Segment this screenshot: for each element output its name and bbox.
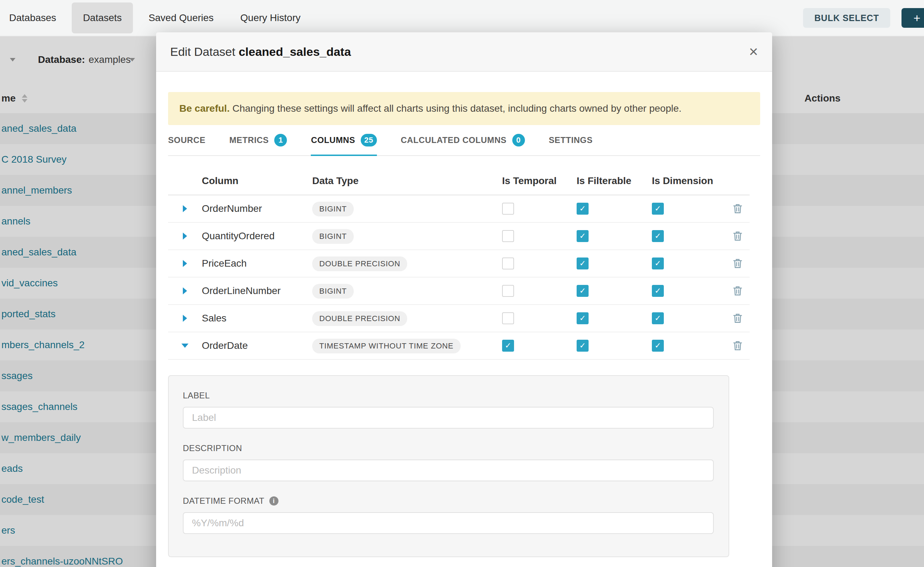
delete-column-button[interactable]	[733, 231, 743, 242]
modal-tab[interactable]: COLUMNS 25	[311, 125, 376, 155]
tab-count-badge: 0	[512, 134, 525, 147]
top-navbar: Databases Datasets Saved Queries Query H…	[0, 0, 924, 36]
is-filterable-checkbox[interactable]	[576, 258, 588, 270]
expand-caret-icon[interactable]	[183, 205, 187, 212]
trash-icon	[733, 258, 743, 269]
delete-column-button[interactable]	[733, 340, 743, 351]
delete-column-button[interactable]	[733, 313, 743, 324]
column-name: PriceEach	[202, 258, 312, 269]
description-form-group: DESCRIPTION	[183, 443, 715, 481]
modal-tab-label: SOURCE	[168, 135, 205, 145]
topnav-item[interactable]: Query History	[229, 3, 312, 33]
column-row: OrderLineNumber BIGINT	[168, 278, 749, 305]
is-filterable-checkbox[interactable]	[576, 285, 588, 297]
modal-tab-label: SETTINGS	[549, 135, 593, 145]
delete-column-button[interactable]	[733, 203, 743, 214]
expand-caret-cell	[168, 232, 202, 240]
column-row: OrderDate TIMESTAMP WITHOUT TIME ZONE	[168, 332, 749, 360]
data-type-pill: BIGINT	[312, 202, 354, 216]
is-temporal-checkbox[interactable]	[502, 203, 514, 214]
data-type-cell: DOUBLE PRECISION	[312, 311, 502, 326]
data-type-cell: DOUBLE PRECISION	[312, 256, 502, 271]
modal-body: Be careful. Changing these settings will…	[156, 92, 772, 557]
is-dimension-checkbox[interactable]	[652, 285, 664, 297]
modal-title-dataset-name: cleaned_sales_data	[239, 45, 351, 58]
topnav-item-label: Databases	[9, 12, 56, 24]
warning-text: Be careful. Changing these settings will…	[179, 103, 682, 114]
topnav-item[interactable]: Databases	[9, 3, 68, 33]
description-input[interactable]	[183, 459, 714, 481]
topnav-item-label: Query History	[241, 12, 301, 24]
topnav-item[interactable]: Saved Queries	[137, 3, 225, 33]
modal-tabs: SOURCE METRICS 1 COLUMNS 25 CALCULATED C…	[168, 125, 760, 156]
data-type-pill: BIGINT	[312, 229, 354, 244]
expand-caret-icon[interactable]	[181, 344, 188, 348]
expand-caret-icon[interactable]	[183, 287, 187, 294]
tab-count-badge: 1	[274, 134, 287, 147]
is-temporal-checkbox[interactable]	[502, 230, 514, 242]
is-dimension-checkbox[interactable]	[652, 258, 664, 270]
is-filterable-checkbox[interactable]	[576, 203, 588, 214]
label-input[interactable]	[183, 407, 714, 429]
is-filterable-checkbox[interactable]	[576, 230, 588, 242]
topnav-item-label: Saved Queries	[148, 12, 214, 24]
is-temporal-checkbox[interactable]	[502, 340, 514, 352]
modal-tab[interactable]: SOURCE	[168, 125, 205, 155]
label-field-label: LABEL	[183, 391, 715, 400]
columns-table: Column Data Type Is Temporal Is Filterab…	[168, 167, 749, 360]
topnav-item-label: Datasets	[83, 12, 122, 24]
label-form-group: LABEL	[183, 391, 715, 429]
tab-count-badge: 25	[361, 134, 377, 147]
description-field-label: DESCRIPTION	[183, 443, 715, 453]
modal-tab-label: METRICS	[229, 135, 269, 145]
modal-tab[interactable]: METRICS 1	[229, 125, 287, 155]
is-temporal-checkbox[interactable]	[502, 258, 514, 270]
is-filterable-checkbox[interactable]	[576, 340, 588, 352]
delete-column-button[interactable]	[733, 258, 743, 269]
modal-tab[interactable]: SETTINGS	[549, 125, 593, 155]
app-root: Databases Datasets Saved Queries Query H…	[0, 0, 924, 567]
is-dimension-checkbox[interactable]	[652, 340, 664, 352]
column-row: Sales DOUBLE PRECISION	[168, 305, 749, 332]
close-icon[interactable]: ×	[749, 44, 758, 59]
expand-caret-icon[interactable]	[183, 260, 187, 267]
column-row: PriceEach DOUBLE PRECISION	[168, 250, 749, 278]
column-name: Sales	[202, 313, 312, 324]
topnav-right: BULK SELECT +	[803, 8, 924, 28]
is-dimension-checkbox[interactable]	[652, 312, 664, 324]
column-row: OrderNumber BIGINT	[168, 195, 749, 223]
data-type-pill: DOUBLE PRECISION	[312, 311, 407, 326]
modal-tab[interactable]: CALCULATED COLUMNS 0	[401, 125, 525, 155]
is-filterable-checkbox[interactable]	[576, 312, 588, 324]
column-row: QuantityOrdered BIGINT	[168, 223, 749, 250]
data-type-pill: TIMESTAMP WITHOUT TIME ZONE	[312, 339, 460, 353]
expand-caret-icon[interactable]	[183, 315, 187, 322]
bulk-select-button[interactable]: BULK SELECT	[803, 8, 890, 28]
trash-icon	[733, 313, 743, 324]
modal-tab-label: CALCULATED COLUMNS	[401, 135, 507, 145]
modal-tab-label: COLUMNS	[311, 135, 355, 145]
is-dimension-checkbox[interactable]	[652, 203, 664, 214]
datetime-format-field-label: DATETIME FORMAT i	[183, 496, 715, 506]
topnav-item[interactable]: Datasets	[72, 3, 133, 33]
data-type-cell: BIGINT	[312, 201, 502, 216]
is-temporal-checkbox[interactable]	[502, 312, 514, 324]
expand-caret-icon[interactable]	[183, 232, 187, 240]
is-temporal-header: Is Temporal	[502, 175, 576, 186]
expand-caret-cell	[168, 287, 202, 294]
is-temporal-checkbox[interactable]	[502, 285, 514, 297]
modal-header: Edit Dataset cleaned_sales_data ×	[156, 32, 772, 72]
add-button[interactable]: +	[901, 8, 924, 28]
trash-icon	[733, 286, 743, 296]
column-name: OrderDate	[202, 340, 312, 351]
is-dimension-header: Is Dimension	[652, 175, 722, 186]
datetime-format-input[interactable]	[183, 512, 714, 534]
warning-strong: Be careful.	[179, 103, 230, 114]
edit-dataset-modal: Edit Dataset cleaned_sales_data × Be car…	[156, 32, 772, 567]
info-icon: i	[269, 496, 278, 506]
delete-column-button[interactable]	[733, 286, 743, 296]
trash-icon	[733, 231, 743, 242]
expand-caret-cell	[168, 205, 202, 212]
is-dimension-checkbox[interactable]	[652, 230, 664, 242]
expand-caret-cell	[168, 344, 202, 348]
